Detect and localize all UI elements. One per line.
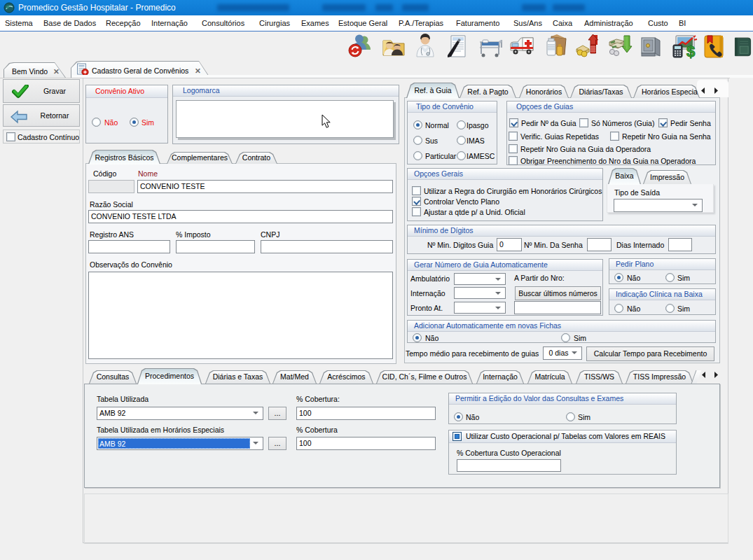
- svg-text:$: $: [686, 43, 695, 59]
